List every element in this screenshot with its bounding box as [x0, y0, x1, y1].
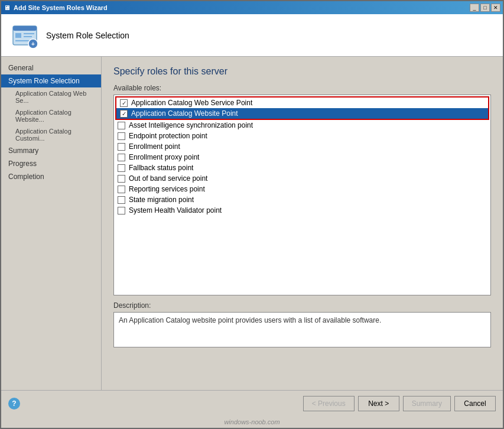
- title-bar-controls: _ □ ✕: [470, 4, 500, 12]
- role-item-asset-intelligence[interactable]: Asset Intelligence synchronization point: [114, 120, 490, 131]
- page-title: Specify roles for this server: [113, 66, 491, 77]
- checkbox-app-catalog-website-point[interactable]: ✓: [120, 110, 128, 118]
- role-item-state-migration[interactable]: State migration point: [114, 194, 490, 205]
- title-bar-text: 🖥 Add Site System Roles Wizard: [4, 4, 108, 11]
- role-label-system-health: System Health Validator point: [129, 206, 222, 214]
- role-item-app-catalog-website-point[interactable]: ✓ Application Catalog Website Point: [116, 108, 488, 119]
- title-bar: 🖥 Add Site System Roles Wizard _ □ ✕: [1, 1, 503, 14]
- watermark: windows-noob.com: [1, 416, 503, 428]
- wizard-header-title: System Role Selection: [46, 31, 129, 40]
- footer-right: < Previous Next > Summary Cancel: [303, 396, 496, 411]
- role-label-asset-intelligence: Asset Intelligence synchronization point: [129, 121, 253, 129]
- cancel-button[interactable]: Cancel: [454, 396, 496, 411]
- checkbox-endpoint-protection[interactable]: [118, 132, 125, 140]
- role-item-fallback-status[interactable]: Fallback status point: [114, 162, 490, 173]
- close-button[interactable]: ✕: [491, 4, 500, 12]
- wizard-icon: +: [11, 21, 39, 50]
- checkbox-enrollment-proxy[interactable]: [118, 154, 125, 161]
- checkbox-fallback-status[interactable]: [118, 164, 125, 172]
- next-button[interactable]: Next >: [358, 396, 399, 411]
- checkbox-reporting-services[interactable]: [118, 186, 125, 193]
- description-label: Description:: [113, 301, 491, 310]
- role-item-app-catalog-web-service[interactable]: ✓ Application Catalog Web Service Point: [116, 98, 488, 108]
- main-content: Specify roles for this server Available …: [102, 57, 503, 390]
- sidebar-item-app-catalog-website[interactable]: Application Catalog Website...: [1, 106, 101, 125]
- sidebar-item-app-catalog-web-se[interactable]: Application Catalog Web Se...: [1, 87, 101, 106]
- svg-rect-4: [24, 36, 32, 37]
- summary-button[interactable]: Summary: [403, 396, 451, 411]
- svg-text:+: +: [31, 41, 35, 47]
- previous-button[interactable]: < Previous: [303, 396, 355, 411]
- role-item-reporting-services[interactable]: Reporting services point: [114, 184, 490, 194]
- sidebar-item-general[interactable]: General: [1, 61, 101, 74]
- sidebar-item-progress[interactable]: Progress: [1, 157, 101, 170]
- sidebar-item-summary[interactable]: Summary: [1, 144, 101, 157]
- footer-left: ?: [8, 398, 20, 410]
- svg-rect-1: [13, 26, 37, 31]
- sidebar-item-app-catalog-customi[interactable]: Application Catalog Customi...: [1, 125, 101, 144]
- title-bar-icon: 🖥: [4, 4, 10, 11]
- checkbox-app-catalog-web-service[interactable]: ✓: [120, 99, 128, 107]
- description-section: Description: An Application Catalog webs…: [113, 301, 491, 347]
- help-button[interactable]: ?: [8, 398, 20, 410]
- role-label-app-catalog-web-service: Application Catalog Web Service Point: [131, 99, 252, 107]
- role-item-enrollment-point[interactable]: Enrollment point: [114, 141, 490, 152]
- checkbox-asset-intelligence[interactable]: [118, 122, 125, 129]
- role-item-system-health[interactable]: System Health Validator point: [114, 205, 490, 216]
- role-label-fallback-status: Fallback status point: [129, 164, 193, 172]
- roles-listbox[interactable]: ✓ Application Catalog Web Service Point …: [113, 95, 491, 295]
- role-label-out-of-band: Out of band service point: [129, 174, 207, 183]
- wizard-window: 🖥 Add Site System Roles Wizard _ □ ✕ + S…: [0, 0, 504, 429]
- checkbox-state-migration[interactable]: [118, 196, 125, 204]
- checkbox-system-health[interactable]: [118, 207, 125, 214]
- role-label-enrollment-proxy: Enrollment proxy point: [129, 153, 199, 161]
- title-bar-label: Add Site System Roles Wizard: [14, 4, 108, 11]
- description-text: An Application Catalog website point pro…: [119, 316, 381, 324]
- checkbox-enrollment-point[interactable]: [118, 143, 125, 151]
- role-label-app-catalog-website-point: Application Catalog Website Point: [131, 109, 238, 118]
- role-label-reporting-services: Reporting services point: [129, 185, 205, 193]
- red-border-group: ✓ Application Catalog Web Service Point …: [115, 96, 489, 120]
- role-item-endpoint-protection[interactable]: Endpoint protection point: [114, 131, 490, 141]
- available-roles-label: Available roles:: [113, 84, 491, 92]
- minimize-button[interactable]: _: [470, 4, 479, 12]
- checkbox-out-of-band[interactable]: [118, 175, 125, 183]
- wizard-header: + System Role Selection: [1, 14, 503, 57]
- wizard-body: General System Role Selection Applicatio…: [1, 57, 503, 390]
- svg-rect-2: [15, 33, 21, 38]
- role-label-state-migration: State migration point: [129, 196, 194, 204]
- role-item-out-of-band[interactable]: Out of band service point: [114, 173, 490, 184]
- watermark-text: windows-noob.com: [224, 418, 279, 425]
- svg-rect-3: [24, 33, 34, 34]
- sidebar-item-system-role-selection[interactable]: System Role Selection: [1, 74, 101, 87]
- sidebar: General System Role Selection Applicatio…: [1, 57, 102, 390]
- role-item-enrollment-proxy[interactable]: Enrollment proxy point: [114, 152, 490, 162]
- wizard-footer: ? < Previous Next > Summary Cancel: [1, 390, 503, 416]
- role-label-enrollment-point: Enrollment point: [129, 142, 180, 151]
- maximize-button[interactable]: □: [480, 4, 490, 12]
- description-box: An Application Catalog website point pro…: [113, 312, 491, 347]
- sidebar-item-completion[interactable]: Completion: [1, 170, 101, 183]
- role-label-endpoint-protection: Endpoint protection point: [129, 132, 207, 140]
